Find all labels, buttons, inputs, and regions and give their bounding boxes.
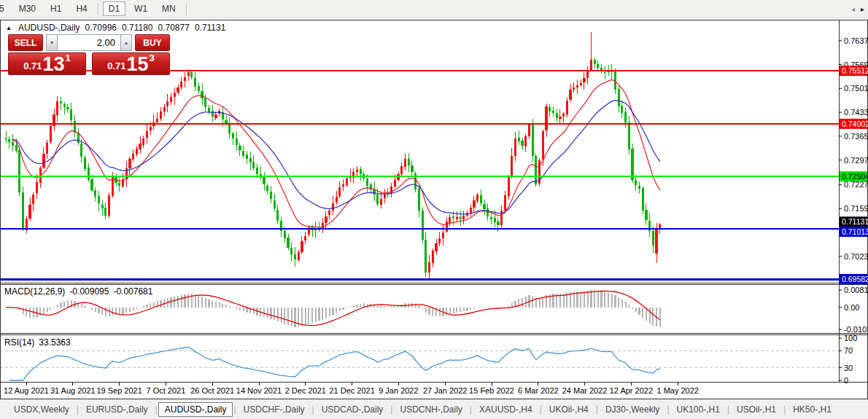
trading-platform-window: 5M30H1H4D1W1MN 0.763700.756900.750100.74… <box>0 0 868 419</box>
svg-text:1 May 2022: 1 May 2022 <box>656 386 698 395</box>
ohlc-high: 0.71180 <box>122 23 153 33</box>
svg-text:14 Nov 2021: 14 Nov 2021 <box>236 386 282 395</box>
symbol-tabbar: USDX,Weekly|EURUSD-,Daily|AUDUSD-,Daily|… <box>0 399 868 419</box>
tab-usoil-h1[interactable]: USOil-,H1 <box>730 402 783 417</box>
collapse-arrow-icon[interactable]: ▲ <box>6 25 12 31</box>
macd-label: MACD(12,26,9) -0.009095 -0.007681 <box>4 286 152 297</box>
ohlc-low: 0.70877 <box>158 23 190 33</box>
macd-value-signal: -0.007681 <box>113 286 152 297</box>
one-click-trade-panel: SELL ▾ ▴ BUY 0.71 13 1 0.71 15 3 <box>8 34 170 75</box>
svg-text:2 Dec 2021: 2 Dec 2021 <box>285 386 326 395</box>
macd-name: MACD(12,26,9) <box>4 286 65 297</box>
svg-text:0.71590: 0.71590 <box>844 204 868 213</box>
tab-ukoil-h4[interactable]: UKOil-,H4 <box>543 402 595 417</box>
svg-text:19 Sep 2021: 19 Sep 2021 <box>96 386 142 395</box>
buy-button[interactable]: BUY <box>135 34 170 51</box>
rsi-label: RSI(14) 33.5363 <box>4 337 71 348</box>
rsi-value: 33.5363 <box>39 337 70 348</box>
macd-value-main: -0.009095 <box>69 286 109 297</box>
ohlc-open: 0.70996 <box>85 23 117 33</box>
sell-price-main: 13 <box>43 56 65 73</box>
svg-text:100: 100 <box>844 334 857 342</box>
svg-text:7 Oct 2021: 7 Oct 2021 <box>146 386 185 395</box>
tab-usdx-weekly[interactable]: USDX,Weekly <box>7 402 76 417</box>
svg-text:15 Feb 2022: 15 Feb 2022 <box>469 386 514 395</box>
volume-input[interactable] <box>58 34 120 51</box>
svg-text:0.74330: 0.74330 <box>844 108 868 117</box>
buy-price-main: 15 <box>127 56 149 73</box>
tab-scroll-left-icon[interactable]: ◂ <box>851 5 855 13</box>
tab-hk50-h1[interactable]: HK50-,H1 <box>786 402 838 417</box>
svg-text:0.70230: 0.70230 <box>844 252 868 261</box>
tab-uk100-h1[interactable]: UK100-,H1 <box>670 402 726 417</box>
svg-text:0.74002: 0.74002 <box>842 120 868 128</box>
svg-text:12 Aug 2021: 12 Aug 2021 <box>4 386 49 395</box>
buy-price-box[interactable]: 0.71 15 3 <box>92 52 170 75</box>
chart-symbol-label: AUDUSD-,Daily <box>18 23 80 33</box>
tab-scroll-right-icon[interactable]: ▸ <box>861 5 864 13</box>
svg-text:0.72970: 0.72970 <box>844 156 868 165</box>
tab-usdchf-daily[interactable]: USDCHF-,Daily <box>237 402 311 417</box>
sell-price-prefix: 0.71 <box>23 60 42 71</box>
svg-text:6 Mar 2022: 6 Mar 2022 <box>518 386 559 395</box>
chart-title: ▲ AUDUSD-,Daily 0.70996 0.71180 0.70877 … <box>6 23 225 33</box>
sell-button[interactable]: SELL <box>8 34 43 51</box>
volume-increase-button[interactable]: ▴ <box>120 34 132 51</box>
rsi-name: RSI(14) <box>4 337 34 348</box>
volume-decrease-button[interactable]: ▾ <box>46 34 58 51</box>
tab-usdcad-daily[interactable]: USDCAD-,Daily <box>315 402 390 417</box>
svg-text:26 Oct 2021: 26 Oct 2021 <box>190 386 234 395</box>
tab-eurusd-daily[interactable]: EURUSD-,Daily <box>80 402 155 417</box>
svg-text:70: 70 <box>844 346 853 355</box>
svg-text:0.71013: 0.71013 <box>842 227 868 236</box>
svg-text:12 Apr 2022: 12 Apr 2022 <box>610 386 653 395</box>
svg-text:0.75010: 0.75010 <box>844 84 868 93</box>
sell-price-box[interactable]: 0.71 13 1 <box>8 52 86 75</box>
buy-price-prefix: 0.71 <box>107 60 125 71</box>
svg-text:24 Mar 2022: 24 Mar 2022 <box>562 386 608 395</box>
svg-text:30: 30 <box>844 364 853 372</box>
tab-dj30-weekly[interactable]: DJ30-,Weekly <box>599 402 666 417</box>
svg-text:0.76370: 0.76370 <box>844 36 868 45</box>
tab-xauusd-h4[interactable]: XAUUSD-,H4 <box>473 402 539 417</box>
svg-text:0.73650: 0.73650 <box>844 132 868 141</box>
sell-price-pip: 1 <box>66 52 71 63</box>
svg-text:0.75512: 0.75512 <box>842 66 868 75</box>
svg-text:0.00811: 0.00811 <box>844 286 868 294</box>
svg-text:0.71131: 0.71131 <box>842 217 868 226</box>
buy-price-pip: 3 <box>150 52 155 63</box>
tab-usdcnh-daily[interactable]: USDCNH-,Daily <box>393 402 468 417</box>
svg-text:0.72504: 0.72504 <box>842 172 868 181</box>
svg-text:-0.01031: -0.01031 <box>844 325 868 334</box>
svg-text:0.72270: 0.72270 <box>844 180 868 189</box>
svg-text:0.00: 0.00 <box>844 303 859 312</box>
tab-scroll-controls: ◂ ▸ <box>851 5 864 13</box>
ohlc-close: 0.71131 <box>195 23 226 33</box>
svg-text:31 Aug 2021: 31 Aug 2021 <box>50 386 96 395</box>
svg-text:9 Jan 2022: 9 Jan 2022 <box>379 386 418 395</box>
svg-text:0.69582: 0.69582 <box>842 275 868 283</box>
svg-text:21 Dec 2021: 21 Dec 2021 <box>329 386 374 395</box>
svg-text:0: 0 <box>844 376 848 385</box>
svg-text:27 Jan 2022: 27 Jan 2022 <box>423 386 468 395</box>
tab-audusd-daily[interactable]: AUDUSD-,Daily <box>158 402 233 417</box>
